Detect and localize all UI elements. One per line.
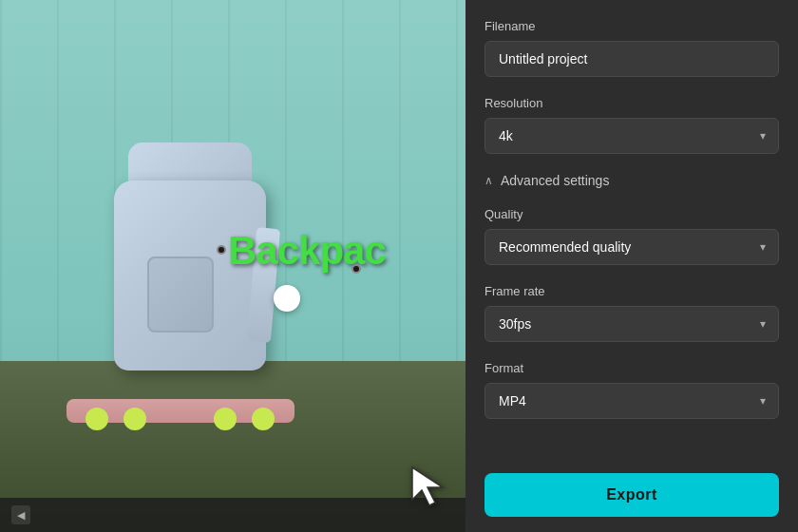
framerate-group: Frame rate 24fps 25fps 30fps 60fps ▾ xyxy=(484,284,779,342)
text-overlay: Backpac xyxy=(228,228,386,274)
selection-handle-right[interactable] xyxy=(352,264,361,274)
advanced-settings-toggle[interactable]: ∧ Advanced settings xyxy=(484,173,779,188)
filename-label: Filename xyxy=(484,19,779,33)
wheel-1 xyxy=(86,408,108,430)
filename-input[interactable] xyxy=(484,41,779,77)
wheel-2 xyxy=(124,408,146,430)
preview-area: Backpac ◀ xyxy=(0,0,466,532)
selection-handle-left[interactable] xyxy=(217,245,226,255)
format-select-wrapper: MP4 MOV AVI GIF ▾ xyxy=(484,383,779,419)
format-select[interactable]: MP4 MOV AVI GIF xyxy=(484,383,779,419)
format-group: Format MP4 MOV AVI GIF ▾ xyxy=(484,361,779,419)
advanced-chevron-up-icon: ∧ xyxy=(484,174,493,187)
rotation-handle[interactable] xyxy=(274,285,300,312)
quality-select[interactable]: Recommended quality High quality Low qua… xyxy=(484,229,779,265)
quality-select-wrapper: Recommended quality High quality Low qua… xyxy=(484,229,779,265)
filename-group: Filename xyxy=(484,19,779,77)
wheel-4 xyxy=(252,408,275,430)
backpack-pocket xyxy=(147,256,214,332)
resolution-select-wrapper: 720p 1080p 2k 4k 8k ▾ xyxy=(484,118,779,154)
preview-toolbar-btn[interactable]: ◀ xyxy=(11,505,30,524)
export-btn-container: Export xyxy=(466,458,798,532)
framerate-select[interactable]: 24fps 25fps 30fps 60fps xyxy=(484,306,779,342)
framerate-select-wrapper: 24fps 25fps 30fps 60fps ▾ xyxy=(484,306,779,342)
advanced-settings-label: Advanced settings xyxy=(501,173,609,188)
quality-group: Quality Recommended quality High quality… xyxy=(484,207,779,265)
resolution-label: Resolution xyxy=(484,96,779,110)
skateboard xyxy=(66,399,294,423)
framerate-label: Frame rate xyxy=(484,284,779,298)
quality-label: Quality xyxy=(484,207,779,221)
export-panel: Filename Resolution 720p 1080p 2k 4k 8k … xyxy=(466,0,798,532)
export-button[interactable]: Export xyxy=(484,473,779,517)
backpack-body xyxy=(114,180,266,370)
preview-toolbar: ◀ xyxy=(0,498,466,532)
resolution-select[interactable]: 720p 1080p 2k 4k 8k xyxy=(484,118,779,154)
resolution-group: Resolution 720p 1080p 2k 4k 8k ▾ xyxy=(484,96,779,154)
format-label: Format xyxy=(484,361,779,375)
wheel-3 xyxy=(214,408,237,430)
